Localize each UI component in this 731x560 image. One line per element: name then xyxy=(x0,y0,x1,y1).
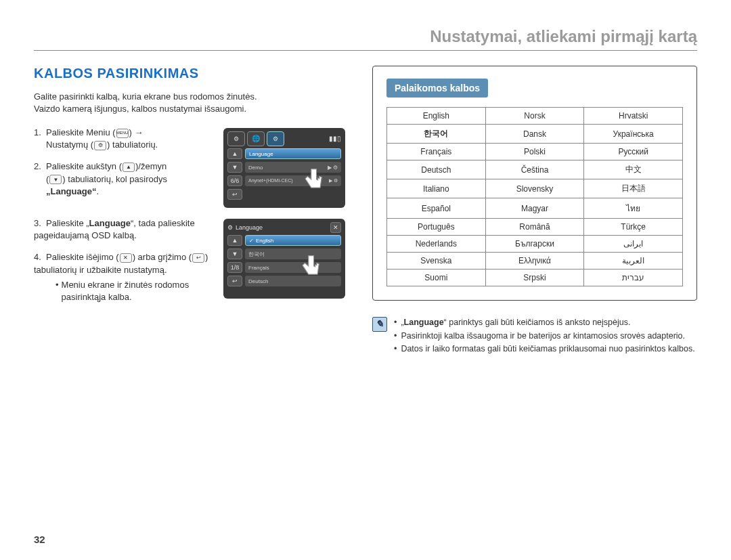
chapter-title: Nustatymai, atliekami pirmąjį kartą xyxy=(34,27,697,46)
language-cell: Čeština xyxy=(485,160,584,179)
down-icon: ▼ xyxy=(49,175,62,184)
intro-line1: Galite pasirinkti kalbą, kuria ekrane bu… xyxy=(34,91,257,102)
lcd-up-button: ▲ xyxy=(227,148,242,159)
lcd-item-language: Language xyxy=(245,148,341,159)
lcd-lang-english: ✓English xyxy=(245,235,341,246)
section-heading: KALBOS PASIRINKIMAS xyxy=(34,66,352,81)
lcd-close-button: ✕ xyxy=(330,222,341,233)
menu-icon: MENU xyxy=(116,129,129,138)
language-cell: Français xyxy=(387,144,486,160)
language-cell: 한국어 xyxy=(387,125,486,144)
language-cell: Srpski xyxy=(485,270,584,286)
language-cell: Dansk xyxy=(485,125,584,144)
language-cell: Hrvatski xyxy=(584,108,683,125)
language-cell: Română xyxy=(485,219,584,236)
language-cell: Українська xyxy=(584,125,683,144)
language-cell: ไทย xyxy=(584,198,683,219)
language-cell: 日本語 xyxy=(584,179,683,198)
lcd-mockup-settings: ⚙ 🌐 ⚙ ▮▮▯ ▲ Language ▼ Demo▶ ⚙ xyxy=(223,128,345,208)
up-icon: ▲ xyxy=(123,163,135,172)
language-cell: Türkçe xyxy=(584,219,683,236)
language-cell: Svenska xyxy=(387,253,486,270)
supported-languages-box: Palaikomos kalbos EnglishNorskHrvatski한국… xyxy=(372,66,697,301)
language-cell: Български xyxy=(485,236,584,253)
language-cell: Norsk xyxy=(485,108,584,125)
lcd-gear-icon: ⚙ xyxy=(227,223,233,232)
lcd-counter-2: 1/8 xyxy=(227,262,242,273)
notes-list: „Language“ parinktys gali būti keičiamos… xyxy=(394,317,695,357)
lcd-mockup-language: ⚙ Language ✕ ▲ ✓English ▼ 한국어 xyxy=(223,219,345,299)
step-1: 1.Palieskite Meniu (MENU) → Nustatymų (⚙… xyxy=(34,127,217,151)
page-number: 32 xyxy=(34,534,45,545)
language-cell: Polski xyxy=(485,144,584,160)
step-3: 3.Palieskite „Language“, tada palieskite… xyxy=(34,217,217,242)
language-cell: Suomi xyxy=(387,270,486,286)
supported-languages-tab: Palaikomos kalbos xyxy=(386,79,488,98)
language-cell: 中文 xyxy=(584,160,683,179)
language-cell: Slovensky xyxy=(485,179,584,198)
lcd-down-button: ▼ xyxy=(227,162,242,173)
language-cell: Ελληνικά xyxy=(485,253,584,270)
language-cell: Magyar xyxy=(485,198,584,219)
gear-icon: ⚙ xyxy=(94,141,106,150)
lcd-back-button: ↩ xyxy=(227,189,242,200)
close-icon: ✕ xyxy=(120,253,132,263)
lcd-lang-korean: 한국어 xyxy=(245,249,341,259)
lcd-lang-german: Deutsch xyxy=(245,276,341,286)
lcd-lang-french: Français xyxy=(245,262,341,273)
step-4-sub: Meniu ekrane ir žinutės rodomos pasirink… xyxy=(56,279,217,303)
battery-icon: ▮▮▯ xyxy=(329,134,341,144)
lcd-back-button-2: ↩ xyxy=(227,276,242,286)
language-cell: العربية xyxy=(584,253,683,270)
language-cell: Italiano xyxy=(387,179,486,198)
lcd-tab-gear: ⚙ xyxy=(227,131,245,146)
language-cell: Nederlands xyxy=(387,236,486,253)
language-cell: Русский xyxy=(584,144,683,160)
language-table: EnglishNorskHrvatski한국어DanskУкраїнськаFr… xyxy=(386,107,683,286)
language-cell: Deutsch xyxy=(387,160,486,179)
header-divider xyxy=(34,50,697,51)
language-cell: Português xyxy=(387,219,486,236)
lcd-item-anynet: Anynet+(HDMI-CEC)▶ ⚙ xyxy=(245,175,341,186)
step-4: 4.Palieskite išėjimo (✕) arba grįžimo (↩… xyxy=(34,251,217,276)
lcd-title: Language xyxy=(236,223,263,232)
lcd-tab-misc: ⚙ xyxy=(267,131,284,146)
intro-line2: Vaizdo kamerą išjungus, kalbos nustatyma… xyxy=(34,104,246,114)
language-cell: ایرانی xyxy=(584,236,683,253)
language-cell: Español xyxy=(387,198,486,219)
lcd-tab-globe: 🌐 xyxy=(247,131,265,146)
intro-text: Galite pasirinkti kalbą, kuria ekrane bu… xyxy=(34,91,352,114)
lcd-down-button-2: ▼ xyxy=(227,249,242,259)
language-cell: עברית xyxy=(584,270,683,286)
note-icon: ✎ xyxy=(372,317,387,332)
lcd-counter: 6/6 xyxy=(227,175,242,186)
back-icon: ↩ xyxy=(192,253,204,263)
step-2: 2.Palieskite aukštyn (▲)/žemyn (▼) tabul… xyxy=(34,160,217,198)
lcd-up-button-2: ▲ xyxy=(227,235,242,246)
language-cell: English xyxy=(387,108,486,125)
check-icon: ✓ xyxy=(249,237,254,244)
lcd-item-demo: Demo▶ ⚙ xyxy=(245,162,341,173)
